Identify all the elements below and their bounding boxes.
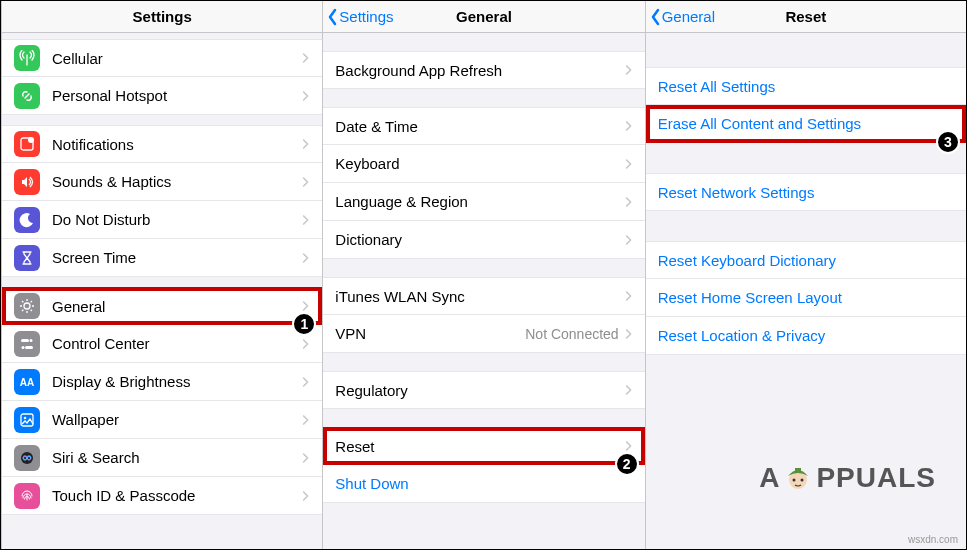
fingerprint-icon — [14, 483, 40, 509]
chevron-right-icon — [625, 64, 633, 76]
list-row[interactable]: Shut Down — [323, 465, 644, 503]
chevron-right-icon — [302, 338, 310, 350]
navbar-reset: General Reset — [646, 1, 966, 33]
list-row[interactable]: Keyboard — [323, 145, 644, 183]
list-row[interactable]: Notifications — [2, 125, 322, 163]
row-label: General — [52, 298, 302, 315]
chevron-right-icon — [302, 452, 310, 464]
back-to-general[interactable]: General — [650, 1, 715, 32]
row-label: Personal Hotspot — [52, 87, 302, 104]
list-row[interactable]: Screen Time — [2, 239, 322, 277]
list-row[interactable]: Reset Home Screen Layout — [646, 279, 966, 317]
back-label: General — [662, 8, 715, 25]
list-row[interactable]: Reset All Settings — [646, 67, 966, 105]
chevron-right-icon — [302, 138, 310, 150]
chevron-right-icon — [302, 252, 310, 264]
page-title: Reset — [785, 8, 826, 25]
svg-rect-5 — [25, 346, 33, 349]
chevron-right-icon — [625, 384, 633, 396]
list-row[interactable]: Erase All Content and Settings3 — [646, 105, 966, 143]
row-label: Reset Location & Privacy — [658, 327, 954, 344]
row-label: Reset Network Settings — [658, 184, 954, 201]
list-row[interactable]: Cellular — [2, 39, 322, 77]
chevron-right-icon — [625, 158, 633, 170]
step-badge: 2 — [615, 452, 639, 476]
step-badge: 3 — [936, 130, 960, 154]
list-row[interactable]: Reset Location & Privacy — [646, 317, 966, 355]
wallpaper-icon — [14, 407, 40, 433]
chevron-right-icon — [625, 440, 633, 452]
switches-icon — [14, 331, 40, 357]
list-row[interactable]: Regulatory — [323, 371, 644, 409]
chevron-right-icon — [302, 90, 310, 102]
settings-pane: Settings CellularPersonal HotspotNotific… — [1, 1, 322, 549]
list-row[interactable]: Sounds & Haptics — [2, 163, 322, 201]
chevron-right-icon — [625, 196, 633, 208]
moon-icon — [14, 207, 40, 233]
row-label: Keyboard — [335, 155, 624, 172]
hourglass-icon — [14, 245, 40, 271]
siri-icon — [14, 445, 40, 471]
svg-point-4 — [30, 339, 33, 342]
chevron-right-icon — [302, 490, 310, 502]
list-row[interactable]: Wallpaper — [2, 401, 322, 439]
list-row[interactable]: Reset2 — [323, 427, 644, 465]
back-to-settings[interactable]: Settings — [327, 1, 393, 32]
row-detail: Not Connected — [525, 326, 618, 342]
row-label: Display & Brightness — [52, 373, 302, 390]
row-label: Background App Refresh — [335, 62, 624, 79]
watermark: wsxdn.com — [908, 534, 958, 545]
chevron-right-icon — [302, 376, 310, 388]
list-row[interactable]: General1 — [2, 287, 322, 325]
svg-rect-12 — [795, 468, 801, 472]
list-row[interactable]: Touch ID & Passcode — [2, 477, 322, 515]
chevron-right-icon — [625, 328, 633, 340]
sounds-icon — [14, 169, 40, 195]
list-row[interactable]: Reset Network Settings — [646, 173, 966, 211]
page-title: Settings — [133, 8, 192, 25]
list-row[interactable]: Date & Time — [323, 107, 644, 145]
chevron-right-icon — [302, 300, 310, 312]
row-label: Erase All Content and Settings — [658, 115, 954, 132]
row-label: VPN — [335, 325, 525, 342]
row-label: Date & Time — [335, 118, 624, 135]
chevron-right-icon — [302, 176, 310, 188]
row-label: Do Not Disturb — [52, 211, 302, 228]
general-pane: Settings General Background App RefreshD… — [322, 1, 644, 549]
notifications-icon — [14, 131, 40, 157]
row-label: Reset Home Screen Layout — [658, 289, 954, 306]
svg-point-13 — [793, 479, 796, 482]
list-row[interactable]: Background App Refresh — [323, 51, 644, 89]
chevron-left-icon — [653, 10, 658, 24]
svg-point-9 — [24, 416, 27, 419]
row-label: Wallpaper — [52, 411, 302, 428]
list-row[interactable]: iTunes WLAN Sync — [323, 277, 644, 315]
row-label: Screen Time — [52, 249, 302, 266]
svg-point-2 — [24, 303, 30, 309]
navbar-settings: Settings — [2, 1, 322, 33]
row-label: Siri & Search — [52, 449, 302, 466]
list-row[interactable]: Reset Keyboard Dictionary — [646, 241, 966, 279]
navbar-general: Settings General — [323, 1, 644, 33]
svg-point-6 — [22, 346, 25, 349]
chevron-right-icon — [625, 290, 633, 302]
row-label: Dictionary — [335, 231, 624, 248]
list-row[interactable]: Language & Region — [323, 183, 644, 221]
list-row[interactable]: Dictionary — [323, 221, 644, 259]
list-row[interactable]: VPNNot Connected — [323, 315, 644, 353]
row-label: Cellular — [52, 50, 302, 67]
list-row[interactable]: Control Center — [2, 325, 322, 363]
row-label: Reset All Settings — [658, 78, 954, 95]
list-row[interactable]: Do Not Disturb — [2, 201, 322, 239]
row-label: Language & Region — [335, 193, 624, 210]
page-title: General — [456, 8, 512, 25]
list-row[interactable]: Personal Hotspot — [2, 77, 322, 115]
chevron-left-icon — [330, 10, 335, 24]
list-row[interactable]: AADisplay & Brightness — [2, 363, 322, 401]
row-label: Sounds & Haptics — [52, 173, 302, 190]
list-row[interactable]: Siri & Search — [2, 439, 322, 477]
appuals-logo: A PPUALS — [759, 462, 936, 494]
back-label: Settings — [339, 8, 393, 25]
row-label: Reset Keyboard Dictionary — [658, 252, 954, 269]
row-label: Regulatory — [335, 382, 624, 399]
